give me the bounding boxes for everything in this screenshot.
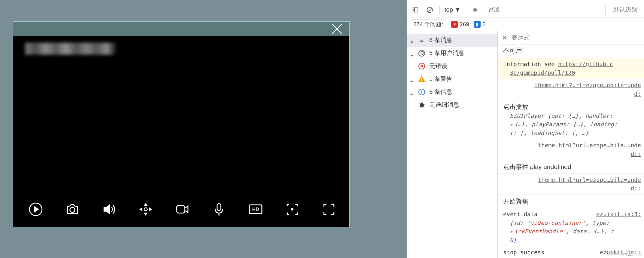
console-output: ✕ 表达式 不可用 information see https://github… <box>498 31 644 258</box>
sidebar-item-user-messages[interactable]: 5 条用户消息 <box>407 47 497 60</box>
source-link[interactable]: ezuikit.js:3: <box>596 210 641 219</box>
log-level-selector[interactable]: 默认级别 <box>610 6 640 14</box>
warning-icon <box>418 75 426 83</box>
live-expression-icon[interactable] <box>468 5 478 15</box>
error-count[interactable]: ✕269 <box>451 21 469 28</box>
svg-text:HD: HD <box>252 207 259 212</box>
svg-rect-4 <box>217 204 221 210</box>
issues-count-button[interactable]: 274 个问题: <box>410 20 446 29</box>
fullscreen-icon[interactable] <box>321 202 336 217</box>
issues-bar: 274 个问题: ✕269 ▮5 <box>407 17 644 31</box>
hd-icon[interactable]: HD <box>248 202 263 217</box>
svg-point-11 <box>474 9 475 11</box>
video-overlay-text-blurred <box>25 43 127 55</box>
close-icon[interactable] <box>330 22 344 36</box>
error-icon: ✕ <box>418 62 426 70</box>
video-controls: HD <box>13 197 349 221</box>
svg-point-7 <box>291 208 293 210</box>
console-log-entry[interactable]: event.data ezuikit.js:3: {id: 'video-con… <box>498 208 644 246</box>
sidebar-item-messages[interactable]: 6 条消息 <box>407 34 497 47</box>
context-label: top <box>445 6 453 13</box>
focus-brackets-icon[interactable] <box>285 202 300 217</box>
message-badge-icon: ▮ <box>474 21 481 28</box>
camera-snapshot-icon[interactable] <box>65 202 80 217</box>
console-log-entry[interactable]: 点击播放 EZUIPlayer {opt: {…}, handler: {…},… <box>498 100 644 139</box>
list-icon <box>418 36 426 44</box>
user-icon <box>418 49 426 57</box>
console-source-link[interactable]: theme.html?url=ezope…obile=unded: <box>498 79 644 100</box>
expression-title: 表达式 <box>512 34 530 42</box>
video-body: HD <box>13 36 349 227</box>
svg-point-2 <box>144 208 147 211</box>
console-toolbar: top▼ 默认级别 <box>407 2 644 17</box>
toggle-sidebar-icon[interactable] <box>411 5 420 15</box>
play-icon[interactable] <box>28 202 43 217</box>
sidebar-item-info[interactable]: i5 条信息 <box>407 85 497 98</box>
filter-input[interactable] <box>485 5 606 15</box>
console-source-link[interactable]: theme.html?url=ezope…bile=unded:: <box>498 174 644 195</box>
expression-value: 不可用 <box>498 45 644 58</box>
sidebar-item-warnings[interactable]: 1 条警告 <box>407 72 497 85</box>
volume-icon[interactable] <box>102 202 117 217</box>
close-icon[interactable]: ✕ <box>502 34 507 42</box>
console-source-link[interactable]: theme.html?url=ezope…bile=unded:: <box>498 139 644 160</box>
video-titlebar <box>13 22 349 36</box>
csdn-watermark: CSDN @十幺卜入 <box>606 251 642 257</box>
context-selector[interactable]: top▼ <box>439 6 463 14</box>
bug-icon <box>418 101 426 109</box>
video-player-window: HD <box>13 21 350 227</box>
sidebar-item-verbose[interactable]: 无详细消息 <box>407 98 497 111</box>
svg-point-1 <box>70 207 75 213</box>
warning-link-2[interactable]: 3c/gamepad/pull/120 <box>510 69 575 76</box>
console-sidebar: 6 条消息 5 条用户消息 ✕无错误 1 条警告 i5 条信息 无详细消息 <box>407 31 498 258</box>
console-log-entry[interactable]: 点击事件 play undefined <box>498 160 644 174</box>
error-badge-icon: ✕ <box>451 21 458 28</box>
warning-link[interactable]: https://github.c <box>558 61 613 67</box>
message-count[interactable]: ▮5 <box>474 21 486 28</box>
record-icon[interactable] <box>175 202 190 217</box>
devtools-panel: top▼ 默认级别 274 个问题: ✕269 ▮5 6 条消息 5 条用户消息… <box>407 0 644 258</box>
clear-console-icon[interactable] <box>425 5 435 15</box>
sidebar-item-errors[interactable]: ✕无错误 <box>407 60 497 72</box>
info-icon: i <box>418 88 426 96</box>
microphone-icon[interactable] <box>211 202 226 217</box>
console-warning-entry[interactable]: information see https://github.c 3c/game… <box>498 58 644 79</box>
svg-rect-3 <box>177 206 185 213</box>
expression-section-header: ✕ 表达式 <box>498 31 644 45</box>
ptz-icon[interactable] <box>138 202 153 217</box>
chevron-down-icon: ▼ <box>455 6 461 13</box>
console-log-entry[interactable]: 开始聚焦 <box>498 195 644 208</box>
